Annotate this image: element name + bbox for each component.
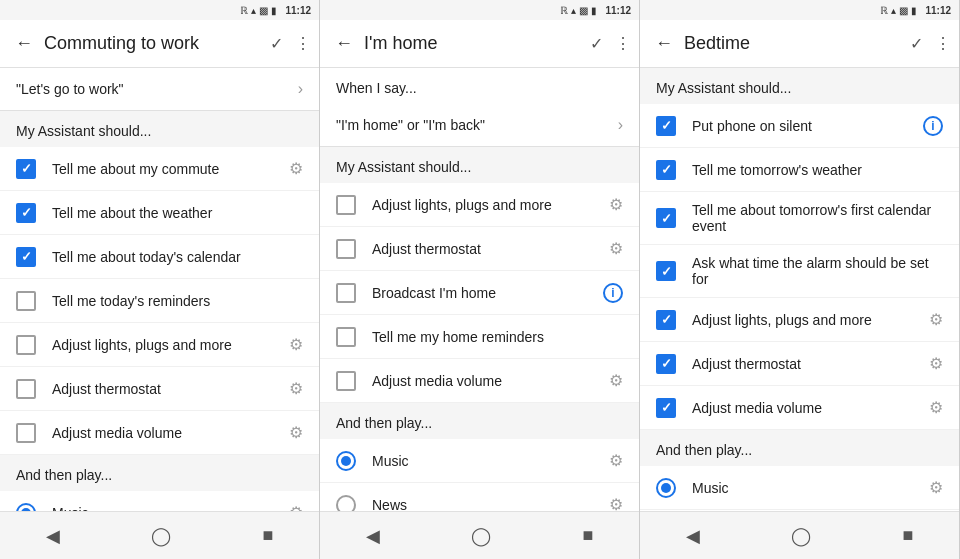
check-icon[interactable]: ✓ (910, 34, 923, 53)
gear-icon[interactable]: ⚙ (929, 398, 943, 417)
list-item[interactable]: Adjust media volume ⚙ (320, 359, 639, 403)
gear-icon[interactable]: ⚙ (609, 371, 623, 390)
list-item[interactable]: Broadcast I'm home i (320, 271, 639, 315)
trigger-row[interactable]: "Let's go to work" › (0, 68, 319, 111)
when-i-say-header: When I say... (320, 68, 639, 104)
checkbox[interactable] (336, 371, 356, 391)
list-item[interactable]: Tell me about my commute ⚙ (0, 147, 319, 191)
home-nav-icon[interactable]: ◯ (151, 525, 171, 547)
list-item[interactable]: Adjust lights, plugs and more ⚙ (320, 183, 639, 227)
home-nav-icon[interactable]: ◯ (471, 525, 491, 547)
checkbox[interactable] (336, 195, 356, 215)
info-icon[interactable]: i (923, 116, 943, 136)
checkbox[interactable] (656, 116, 676, 136)
back-nav-icon[interactable]: ◀ (686, 525, 700, 547)
signal-icon: ▩ (899, 5, 908, 16)
recents-nav-icon[interactable]: ■ (902, 525, 913, 546)
section-header-1: And then play... (320, 403, 639, 439)
section-header-0: My Assistant should... (0, 111, 319, 147)
checkbox[interactable] (16, 247, 36, 267)
battery-icon: ▮ (591, 5, 597, 16)
list-item[interactable]: Music ⚙ (640, 466, 959, 510)
recents-nav-icon[interactable]: ■ (582, 525, 593, 546)
checkbox[interactable] (16, 379, 36, 399)
status-time: 11:12 (605, 5, 631, 16)
back-button[interactable]: ← (328, 28, 360, 60)
gear-icon[interactable]: ⚙ (609, 195, 623, 214)
back-button[interactable]: ← (8, 28, 40, 60)
item-label: Tell me about the weather (52, 205, 303, 221)
more-icon[interactable]: ⋮ (295, 34, 311, 53)
checkbox[interactable] (16, 423, 36, 443)
list-item[interactable]: Music ⚙ (320, 439, 639, 483)
gear-icon[interactable]: ⚙ (609, 495, 623, 511)
status-icons: ℝ ▴ ▩ ▮ (240, 5, 277, 16)
trigger-text: "I'm home" or "I'm back" (336, 117, 618, 133)
checkbox[interactable] (656, 261, 676, 281)
checkbox[interactable] (656, 398, 676, 418)
info-icon[interactable]: i (603, 283, 623, 303)
checkbox[interactable] (336, 283, 356, 303)
list-item[interactable]: Put phone on silent i (640, 104, 959, 148)
trigger-text: "Let's go to work" (16, 81, 298, 97)
list-item[interactable]: Adjust thermostat ⚙ (640, 342, 959, 386)
home-nav-icon[interactable]: ◯ (791, 525, 811, 547)
gear-icon[interactable]: ⚙ (289, 159, 303, 178)
top-actions: ✓⋮ (910, 34, 951, 53)
gear-icon[interactable]: ⚙ (929, 310, 943, 329)
radio-button[interactable] (656, 478, 676, 498)
gear-icon[interactable]: ⚙ (609, 239, 623, 258)
list-item[interactable]: Tell me today's reminders (0, 279, 319, 323)
radio-button[interactable] (16, 503, 36, 512)
back-nav-icon[interactable]: ◀ (46, 525, 60, 547)
item-label: Broadcast I'm home (372, 285, 603, 301)
list-item[interactable]: Adjust media volume ⚙ (0, 411, 319, 455)
gear-icon[interactable]: ⚙ (289, 335, 303, 354)
back-button[interactable]: ← (648, 28, 680, 60)
checkbox[interactable] (16, 291, 36, 311)
list-item[interactable]: Tell me tomorrow's weather (640, 148, 959, 192)
gear-icon[interactable]: ⚙ (289, 379, 303, 398)
more-icon[interactable]: ⋮ (935, 34, 951, 53)
list-item[interactable]: Adjust lights, plugs and more ⚙ (640, 298, 959, 342)
checkbox[interactable] (16, 203, 36, 223)
check-icon[interactable]: ✓ (270, 34, 283, 53)
item-label: Tell me about my commute (52, 161, 289, 177)
gear-icon[interactable]: ⚙ (289, 503, 303, 511)
checkbox[interactable] (336, 239, 356, 259)
list-item[interactable]: Music ⚙ (0, 491, 319, 511)
gear-icon[interactable]: ⚙ (609, 451, 623, 470)
gear-icon[interactable]: ⚙ (289, 423, 303, 442)
list-item[interactable]: News ⚙ (320, 483, 639, 511)
list-item[interactable]: Adjust lights, plugs and more ⚙ (0, 323, 319, 367)
radio-button[interactable] (336, 495, 356, 512)
list-item[interactable]: Adjust media volume ⚙ (640, 386, 959, 430)
more-icon[interactable]: ⋮ (615, 34, 631, 53)
checkbox[interactable] (656, 160, 676, 180)
list-item[interactable]: Adjust thermostat ⚙ (320, 227, 639, 271)
panel-bedtime: ℝ ▴ ▩ ▮ 11:12 ←Bedtime✓⋮My Assistant sho… (640, 0, 960, 559)
checkbox[interactable] (656, 208, 676, 228)
gear-icon[interactable]: ⚙ (929, 354, 943, 373)
item-label: Music (692, 480, 929, 496)
checkbox[interactable] (16, 159, 36, 179)
recents-nav-icon[interactable]: ■ (262, 525, 273, 546)
list-item[interactable]: Ask what time the alarm should be set fo… (640, 245, 959, 298)
list-item[interactable]: Tell me about the weather (0, 191, 319, 235)
back-nav-icon[interactable]: ◀ (366, 525, 380, 547)
page-title: I'm home (364, 33, 590, 54)
list-item[interactable]: Adjust thermostat ⚙ (0, 367, 319, 411)
checkbox[interactable] (336, 327, 356, 347)
checkbox[interactable] (656, 310, 676, 330)
chevron-right-icon: › (618, 116, 623, 134)
list-item[interactable]: Tell me my home reminders (320, 315, 639, 359)
gear-icon[interactable]: ⚙ (929, 478, 943, 497)
radio-button[interactable] (336, 451, 356, 471)
checkbox[interactable] (16, 335, 36, 355)
list-item[interactable]: Tell me about tomorrow's first calendar … (640, 192, 959, 245)
trigger-row[interactable]: "I'm home" or "I'm back" › (320, 104, 639, 147)
item-label: Tell me my home reminders (372, 329, 623, 345)
checkbox[interactable] (656, 354, 676, 374)
check-icon[interactable]: ✓ (590, 34, 603, 53)
list-item[interactable]: Tell me about today's calendar (0, 235, 319, 279)
